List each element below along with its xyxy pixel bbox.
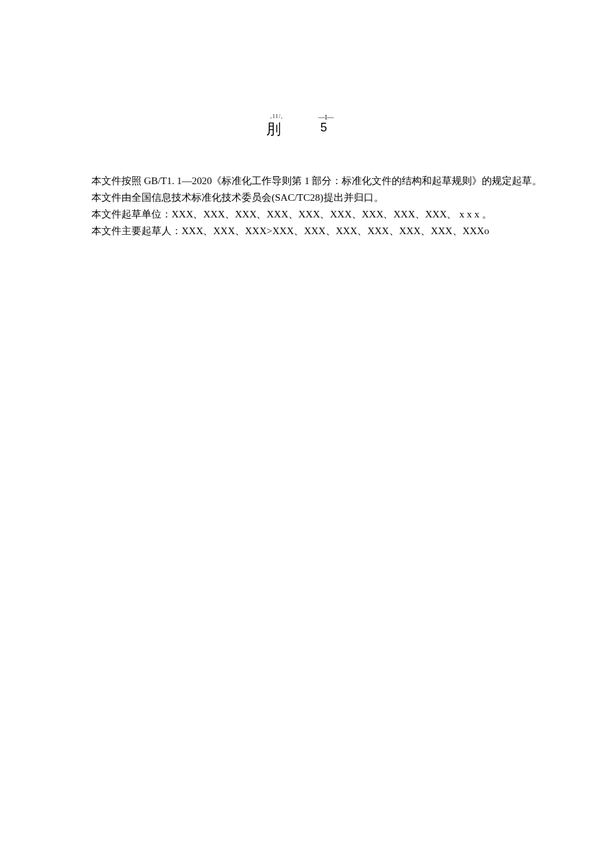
heading-char: 刖 xyxy=(266,119,281,139)
heading-mark-right: —1— xyxy=(318,113,333,121)
document-page: ,11/, —1— 刖 5 本文件按照 GB/T1. 1—2020《标准化工作导… xyxy=(0,0,614,238)
paragraph: 本文件起草单位：XXX、XXX、XXX、XXX、XXX、XXX、XXX、XXX、… xyxy=(71,207,543,222)
heading-mark-left: ,11/, xyxy=(270,113,283,119)
page-heading: ,11/, —1— 刖 5 xyxy=(71,113,543,147)
paragraph: 本文件按照 GB/T1. 1—2020《标准化工作导则第 1 部分：标准化文件的… xyxy=(71,173,543,188)
document-body: 本文件按照 GB/T1. 1—2020《标准化工作导则第 1 部分：标准化文件的… xyxy=(71,173,543,238)
paragraph: 本文件由全国信息技术标准化技术委员会(SAC/TC28)提出并归口。 xyxy=(71,190,543,205)
heading-number: 5 xyxy=(320,121,327,135)
paragraph: 本文件主要起草人：XXX、XXX、XXX>XXX、XXX、XXX、XXX、XXX… xyxy=(71,224,543,238)
